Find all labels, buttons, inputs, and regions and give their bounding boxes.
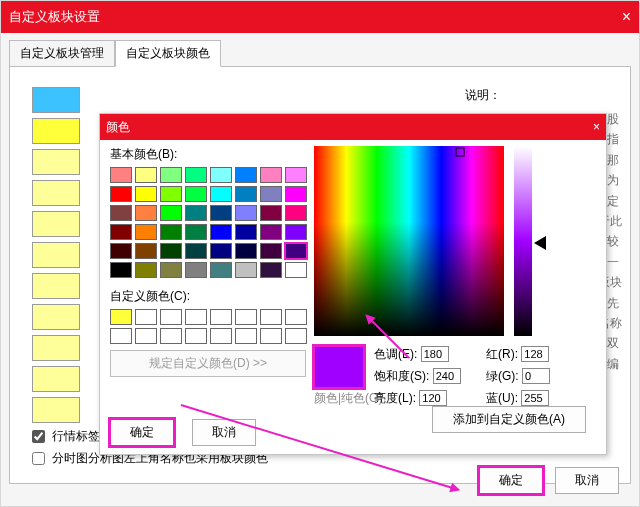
basic-color-swatch[interactable] [235,262,257,278]
custom-color-swatch[interactable] [210,328,232,344]
basic-color-swatch[interactable] [285,262,307,278]
custom-color-swatch[interactable] [135,328,157,344]
define-custom-button[interactable]: 规定自定义颜色(D) >> [110,350,306,377]
solid-color-label: 颜色|纯色(O) [314,390,382,407]
custom-color-swatch[interactable] [110,328,132,344]
basic-color-swatch[interactable] [185,205,207,221]
checkbox-timeshare-color[interactable] [32,452,45,465]
outer-ok-button[interactable]: 确定 [479,467,543,494]
custom-color-swatch[interactable] [285,328,307,344]
basic-color-swatch[interactable] [285,167,307,183]
hue-input[interactable] [421,346,449,362]
r-label: 红(R): [486,347,518,361]
basic-color-swatch[interactable] [260,186,282,202]
basic-color-swatch[interactable] [235,224,257,240]
basic-color-swatch[interactable] [210,224,232,240]
sat-input[interactable] [433,368,461,384]
custom-color-swatch[interactable] [110,309,132,325]
g-input[interactable] [522,368,550,384]
custom-color-swatch[interactable] [235,328,257,344]
basic-color-swatch[interactable] [210,205,232,221]
basic-color-swatch[interactable] [210,262,232,278]
b-input[interactable] [521,390,549,406]
custom-color-swatch[interactable] [185,309,207,325]
block-color-swatch[interactable] [32,242,80,268]
custom-color-swatch[interactable] [285,309,307,325]
basic-color-swatch[interactable] [110,243,132,259]
close-icon[interactable]: × [591,8,631,26]
basic-color-swatch[interactable] [160,224,182,240]
basic-color-swatch[interactable] [110,262,132,278]
custom-color-swatch[interactable] [185,328,207,344]
checkbox-label-and-block[interactable] [32,430,45,443]
basic-color-swatch[interactable] [160,243,182,259]
add-to-custom-button[interactable]: 添加到自定义颜色(A) [432,406,586,433]
block-color-swatch[interactable] [32,211,80,237]
basic-color-swatch[interactable] [285,243,307,259]
lum-input[interactable] [419,390,447,406]
basic-color-swatch[interactable] [260,205,282,221]
color-dialog-title: 颜色 [106,119,130,136]
custom-color-swatch[interactable] [210,309,232,325]
basic-color-swatch[interactable] [235,167,257,183]
basic-color-swatch[interactable] [160,186,182,202]
basic-color-swatch[interactable] [160,167,182,183]
basic-color-swatch[interactable] [185,243,207,259]
basic-color-swatch[interactable] [185,186,207,202]
basic-color-swatch[interactable] [235,205,257,221]
basic-color-swatch[interactable] [110,167,132,183]
basic-color-swatch[interactable] [160,262,182,278]
basic-color-swatch[interactable] [260,167,282,183]
basic-color-swatch[interactable] [110,205,132,221]
block-color-swatch[interactable] [32,304,80,330]
basic-color-swatch[interactable] [285,224,307,240]
basic-color-swatch[interactable] [135,167,157,183]
basic-color-swatch[interactable] [185,224,207,240]
color-spectrum[interactable] [314,146,504,336]
custom-color-swatch[interactable] [235,309,257,325]
basic-color-swatch[interactable] [110,224,132,240]
basic-color-swatch[interactable] [260,243,282,259]
tab-color[interactable]: 自定义板块颜色 [115,40,221,67]
basic-color-swatch[interactable] [135,205,157,221]
outer-window-title: 自定义板块设置 [9,8,100,26]
basic-color-swatch[interactable] [160,205,182,221]
basic-color-swatch[interactable] [210,167,232,183]
g-label: 绿(G): [486,369,519,383]
basic-color-swatch[interactable] [185,262,207,278]
custom-color-swatch[interactable] [135,309,157,325]
basic-color-swatch[interactable] [235,243,257,259]
block-color-swatch[interactable] [32,397,80,423]
block-color-swatch[interactable] [32,366,80,392]
basic-color-swatch[interactable] [210,243,232,259]
basic-color-swatch[interactable] [285,205,307,221]
block-color-swatch[interactable] [32,180,80,206]
basic-color-swatch[interactable] [135,224,157,240]
basic-color-swatch[interactable] [260,262,282,278]
block-color-swatch[interactable] [32,273,80,299]
basic-color-swatch[interactable] [135,186,157,202]
basic-color-swatch[interactable] [110,186,132,202]
luminance-slider[interactable] [514,146,532,336]
block-color-swatch[interactable] [32,335,80,361]
basic-color-swatch[interactable] [210,186,232,202]
custom-color-swatch[interactable] [160,328,182,344]
tab-manage[interactable]: 自定义板块管理 [9,40,115,67]
custom-color-swatch[interactable] [260,328,282,344]
block-color-swatch[interactable] [32,149,80,175]
basic-color-swatch[interactable] [285,186,307,202]
custom-color-swatch[interactable] [260,309,282,325]
basic-color-swatch[interactable] [135,243,157,259]
block-color-swatch[interactable] [32,87,80,113]
basic-color-swatch[interactable] [135,262,157,278]
block-color-swatch[interactable] [32,118,80,144]
r-input[interactable] [521,346,549,362]
color-titlebar: 颜色 × [100,114,606,140]
custom-color-swatch[interactable] [160,309,182,325]
close-icon[interactable]: × [593,120,600,134]
outer-cancel-button[interactable]: 取消 [555,467,619,494]
basic-color-swatch[interactable] [185,167,207,183]
basic-color-swatch[interactable] [260,224,282,240]
basic-color-swatch[interactable] [235,186,257,202]
inner-ok-button[interactable]: 确定 [110,419,174,446]
